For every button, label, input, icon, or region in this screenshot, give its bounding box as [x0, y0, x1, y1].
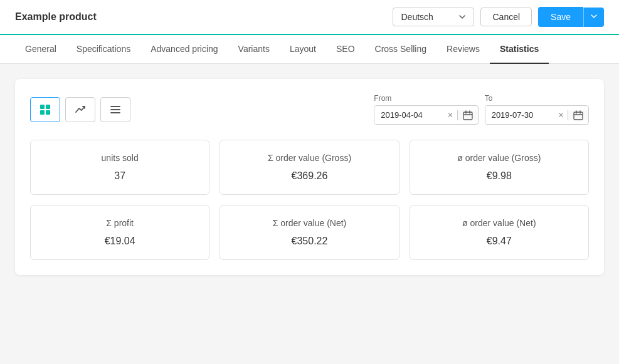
- stat-value-units-sold: 37: [41, 170, 199, 182]
- list-icon: [109, 103, 122, 116]
- tab-variants[interactable]: Variants: [228, 35, 280, 64]
- tab-specifications[interactable]: Specifications: [66, 35, 140, 64]
- chevron-down-icon: [590, 13, 598, 20]
- to-date-input[interactable]: [485, 106, 554, 124]
- page-header: Example product Deutsch Cancel Save: [0, 0, 619, 35]
- to-calendar-button[interactable]: [568, 110, 588, 120]
- stat-value-sigma-order-net: €350.22: [230, 236, 388, 247]
- from-date-input-wrap: ×: [374, 105, 478, 125]
- stat-sigma-order-gross: Σ order value (Gross) €369.26: [220, 140, 399, 195]
- calendar-icon: [463, 110, 473, 120]
- svg-rect-3: [46, 110, 50, 115]
- svg-rect-1: [46, 105, 50, 109]
- grid-icon: [39, 103, 51, 116]
- stat-label-sigma-profit: Σ profit: [41, 218, 199, 228]
- stat-label-sigma-order-gross: Σ order value (Gross): [230, 153, 388, 163]
- controls-row: From ×: [30, 94, 589, 125]
- save-dropdown-button[interactable]: [583, 8, 604, 27]
- header-actions: Deutsch Cancel Save: [393, 7, 604, 27]
- chart-icon: [74, 103, 87, 116]
- chart-view-button[interactable]: [65, 97, 95, 122]
- tab-reviews[interactable]: Reviews: [436, 35, 490, 64]
- list-view-button[interactable]: [100, 97, 130, 122]
- page-title: Example product: [15, 11, 97, 23]
- from-date-input[interactable]: [374, 106, 443, 124]
- stat-label-avg-order-net: ø order value (Net): [420, 218, 578, 228]
- from-clear-button[interactable]: ×: [443, 110, 457, 120]
- svg-rect-2: [40, 110, 45, 115]
- language-label: Deutsch: [401, 12, 433, 22]
- stat-value-sigma-profit: €19.04: [41, 236, 199, 247]
- stat-label-sigma-order-net: Σ order value (Net): [230, 218, 388, 228]
- date-filters: From ×: [374, 94, 589, 125]
- tab-layout[interactable]: Layout: [280, 35, 326, 64]
- stat-units-sold: units sold 37: [30, 140, 209, 195]
- tab-seo[interactable]: SEO: [326, 35, 365, 64]
- tab-general[interactable]: General: [15, 35, 66, 64]
- cancel-button[interactable]: Cancel: [480, 8, 532, 26]
- stat-value-sigma-order-gross: €369.26: [230, 170, 388, 182]
- stat-sigma-order-net: Σ order value (Net) €350.22: [220, 205, 399, 260]
- tab-statistics[interactable]: Statistics: [490, 35, 549, 64]
- to-clear-button[interactable]: ×: [554, 110, 568, 120]
- view-toggle-group: [30, 97, 130, 122]
- from-date-group: From ×: [374, 94, 478, 125]
- stat-value-avg-order-net: €9.47: [420, 236, 578, 247]
- to-date-input-wrap: ×: [485, 105, 589, 125]
- to-label: To: [485, 94, 589, 103]
- save-button[interactable]: Save: [538, 7, 583, 27]
- main-content: From ×: [0, 64, 619, 290]
- from-calendar-button[interactable]: [457, 110, 478, 120]
- from-label: From: [374, 94, 478, 103]
- statistics-card: From ×: [15, 79, 604, 275]
- stat-label-units-sold: units sold: [41, 153, 199, 163]
- to-date-group: To ×: [485, 94, 589, 125]
- tab-bar: General Specifications Advanced pricing …: [0, 35, 619, 64]
- svg-rect-11: [574, 112, 583, 120]
- tab-advanced-pricing[interactable]: Advanced pricing: [140, 35, 228, 64]
- stat-sigma-profit: Σ profit €19.04: [30, 205, 209, 260]
- stat-label-avg-order-gross: ø order value (Gross): [420, 153, 578, 163]
- stat-value-avg-order-gross: €9.98: [420, 170, 578, 182]
- chevron-down-icon: [458, 13, 466, 21]
- language-selector[interactable]: Deutsch: [393, 8, 474, 26]
- svg-rect-0: [40, 105, 45, 109]
- grid-view-button[interactable]: [30, 97, 60, 122]
- calendar-icon: [573, 110, 583, 120]
- stat-avg-order-gross: ø order value (Gross) €9.98: [410, 140, 589, 195]
- svg-rect-7: [463, 112, 472, 120]
- stat-avg-order-net: ø order value (Net) €9.47: [410, 205, 589, 260]
- tab-cross-selling[interactable]: Cross Selling: [365, 35, 436, 64]
- save-button-group: Save: [538, 7, 604, 27]
- stats-grid: units sold 37 Σ order value (Gross) €369…: [30, 140, 589, 260]
